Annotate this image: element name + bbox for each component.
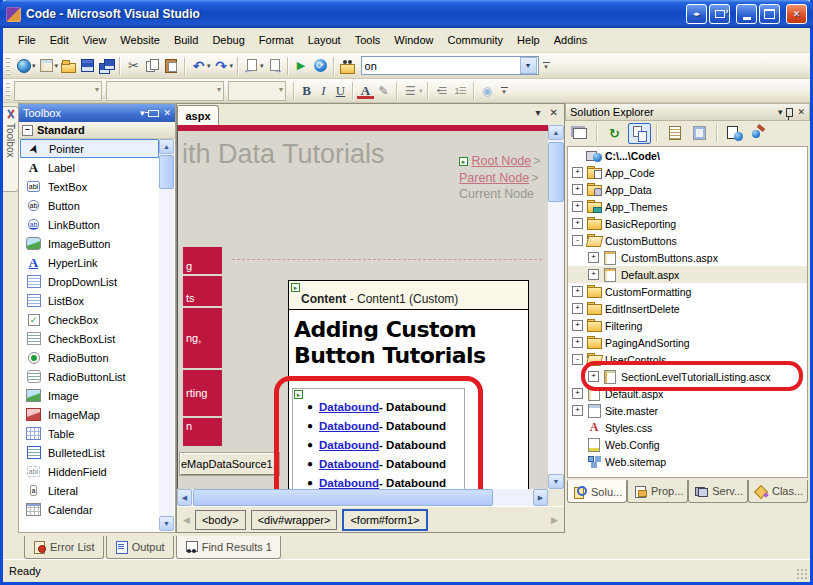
design-surface[interactable]: ith Data Tutorials ▸ Root Node> Parent N…	[177, 125, 548, 489]
toolbox-pin-icon[interactable]	[148, 110, 159, 117]
toolbox-side-tab[interactable]: Toolbox	[3, 106, 19, 192]
solution-explorer-close-icon[interactable]: ✕	[797, 107, 805, 117]
nav-menu-item[interactable]: ng,	[183, 308, 222, 368]
expander-icon[interactable]: +	[572, 167, 583, 178]
dock-arrows-button[interactable]: ◂▸	[686, 4, 707, 24]
toolbar-overflow-icon[interactable]: ▾	[499, 87, 510, 94]
tree-item-styles-css[interactable]: AStyles.css	[568, 419, 807, 436]
tree-item-pagingandsorting[interactable]: +PagingAndSorting	[568, 334, 807, 351]
style-combo[interactable]	[14, 81, 102, 101]
tree-item-app-code[interactable]: +App_Code	[568, 164, 807, 181]
refresh-icon[interactable]	[603, 123, 626, 144]
menu-view[interactable]: View	[76, 31, 114, 49]
sitemapdatasource-control[interactable]: eMapDataSource1	[180, 453, 279, 475]
menu-file[interactable]: File	[11, 31, 43, 49]
bold-icon[interactable]: B	[298, 83, 315, 99]
toolbox-item-literal[interactable]: aLiteral	[20, 481, 159, 500]
menu-community[interactable]: Community	[440, 31, 510, 49]
resize-grip[interactable]	[796, 568, 809, 581]
document-close-icon[interactable]: ✕	[550, 107, 558, 118]
tab-server-explorer[interactable]: Serv...	[688, 480, 748, 503]
tab-error-list[interactable]: Error List	[24, 536, 104, 559]
tag-div-wrapper[interactable]: <div#wrapper>	[251, 510, 338, 530]
add-new-item-icon[interactable]	[37, 57, 56, 75]
find-combo-input[interactable]	[362, 60, 519, 72]
cut-icon[interactable]	[124, 57, 143, 75]
toolbar-grip[interactable]	[6, 57, 10, 75]
hyperlink-globe-icon[interactable]: ◉	[478, 82, 497, 100]
expander-icon[interactable]: +	[588, 252, 599, 263]
numbered-list-icon[interactable]: 1☰	[451, 82, 470, 100]
asp-net-configuration-icon[interactable]	[748, 123, 771, 144]
minimize-button[interactable]	[736, 4, 757, 24]
tag-form-form1[interactable]: <form#form1>	[342, 509, 427, 531]
toolbar-overflow-icon[interactable]: ▾	[541, 62, 552, 69]
toolbox-menu-icon[interactable]: ▾	[140, 108, 145, 118]
toolbox-item-imagemap[interactable]: ImageMap	[20, 405, 159, 424]
editor-vertical-scrollbar[interactable]: ▲ ▼	[548, 125, 564, 489]
tag-body[interactable]: <body>	[195, 510, 246, 530]
toolbox-item-hiddenfield[interactable]: ablHiddenField	[20, 462, 159, 481]
content-placeholder-panel[interactable]: ▸ Content - Content1 (Custom) Adding Cus…	[288, 280, 529, 489]
toolbox-group-standard[interactable]: − Standard	[19, 122, 175, 139]
smart-tag-glyph-icon[interactable]: ▸	[294, 390, 303, 399]
tree-item-usercontrols[interactable]: -UserControls	[568, 351, 807, 368]
tree-item-custombuttons[interactable]: -CustomButtons	[568, 232, 807, 249]
databound-link[interactable]: Databound	[319, 420, 379, 432]
toolbox-item-table[interactable]: Table	[20, 424, 159, 443]
view-in-browser-icon[interactable]	[311, 57, 330, 75]
paste-icon[interactable]	[162, 57, 181, 75]
toolbox-item-checkbox[interactable]: ✓CheckBox	[20, 310, 159, 329]
underline-icon[interactable]: U	[332, 83, 349, 99]
scroll-up-icon[interactable]: ▲	[159, 139, 174, 154]
expander-icon[interactable]: +	[572, 388, 583, 399]
menu-help[interactable]: Help	[510, 31, 547, 49]
toolbox-item-checkboxlist[interactable]: CheckBoxList	[20, 329, 159, 348]
scroll-up-icon[interactable]: ▲	[548, 125, 564, 140]
save-all-icon[interactable]	[97, 57, 116, 75]
find-combo[interactable]: ▼	[361, 56, 539, 75]
alignment-dropdown[interactable]: ▾	[419, 87, 423, 95]
tab-properties[interactable]: Prop...	[627, 480, 688, 503]
databound-link[interactable]: Databound	[319, 477, 379, 489]
nav-menu-item[interactable]: n	[183, 418, 222, 446]
scroll-right-icon[interactable]: ▶	[533, 489, 548, 506]
tree-item-customformatting[interactable]: +CustomFormatting	[568, 283, 807, 300]
smart-tag-glyph-icon[interactable]: ▸	[291, 283, 300, 292]
undo-icon[interactable]	[189, 57, 208, 75]
tree-item-basicreporting[interactable]: +BasicReporting	[568, 215, 807, 232]
tree-item-web-config[interactable]: Web.Config	[568, 436, 807, 453]
find-combo-dropdown-icon[interactable]: ▼	[520, 57, 537, 74]
view-code-icon[interactable]	[663, 123, 686, 144]
solution-explorer-menu-icon[interactable]: ▾	[778, 107, 783, 117]
expander-icon[interactable]: +	[572, 184, 583, 195]
toolbox-item-radiobutton[interactable]: RadioButton	[20, 348, 159, 367]
collapse-icon[interactable]: −	[22, 125, 33, 136]
document-tab-aspx[interactable]: aspx	[177, 105, 219, 126]
italic-icon[interactable]: I	[315, 83, 332, 99]
databound-link[interactable]: Databound	[319, 458, 379, 470]
size-combo[interactable]	[228, 81, 286, 101]
font-combo[interactable]	[106, 81, 224, 101]
properties-icon[interactable]	[568, 123, 591, 144]
expander-icon[interactable]: +	[572, 286, 583, 297]
breadcrumb-parent-link[interactable]: Parent Node	[459, 171, 529, 185]
close-button[interactable]: ✕	[786, 4, 807, 24]
expander-icon[interactable]: +	[572, 320, 583, 331]
toolbox-item-button[interactable]: abButton	[20, 196, 159, 215]
databound-link[interactable]: Databound	[319, 439, 379, 451]
expander-icon[interactable]: +	[588, 269, 599, 280]
navigate-backward-icon[interactable]	[242, 57, 261, 75]
toolbox-close-icon[interactable]: ✕	[163, 108, 171, 118]
tree-item-app-data[interactable]: +App_Data	[568, 181, 807, 198]
toolbox-item-bulletedlist[interactable]: BulletedList	[20, 443, 159, 462]
tab-solution-explorer[interactable]: Solu...	[567, 480, 627, 503]
scrollbar-thumb[interactable]	[159, 155, 174, 189]
tree-item-custombuttons-aspx[interactable]: +CustomButtons.aspx	[568, 249, 807, 266]
open-file-icon[interactable]	[59, 57, 78, 75]
new-website-icon[interactable]	[14, 57, 33, 75]
menu-format[interactable]: Format	[252, 31, 301, 49]
nav-menu-item[interactable]: ts	[183, 276, 222, 306]
toolbox-item-textbox[interactable]: ablTextBox	[20, 177, 159, 196]
tree-item-root[interactable]: C:\...\Code\	[568, 147, 807, 164]
